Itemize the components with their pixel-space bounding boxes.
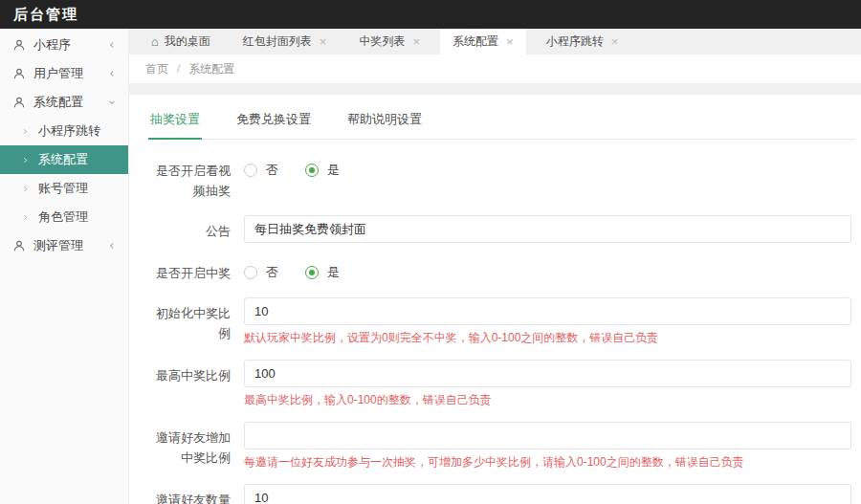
field-label-video-lottery: 是否开启看视频抽奖 <box>148 155 231 201</box>
sidebar-item-label: 用户管理 <box>33 65 83 82</box>
chevron-right-icon <box>21 127 30 136</box>
chevron-down-icon <box>107 98 117 107</box>
tab-winner-list[interactable]: 中奖列表 × <box>346 29 432 55</box>
invite-count-input[interactable] <box>244 484 851 504</box>
radio-win-enabled-yes[interactable]: 是 <box>305 264 340 281</box>
field-hint: 每邀请一位好友成功参与一次抽奖，可增加多少中奖比例，请输入0-100之间的整数，… <box>244 455 851 470</box>
settings-card: 抽奖设置 免费兑换设置 帮助说明设置 是否开启看视频抽奖 否 <box>129 95 861 504</box>
tab-help-description-settings[interactable]: 帮助说明设置 <box>345 102 424 139</box>
home-icon: ⌂ <box>151 35 159 48</box>
field-label-invite-count: 邀请好友数量 <box>148 484 231 504</box>
radio-icon <box>305 164 319 177</box>
user-icon <box>12 38 26 52</box>
sidebar-subitem-label: 系统配置 <box>38 151 88 168</box>
radio-icon <box>244 266 257 279</box>
tab-my-desktop[interactable]: ⌂ 我的桌面 <box>139 29 223 55</box>
radio-label: 是 <box>327 264 340 281</box>
field-label-win-enabled: 是否开启中奖 <box>148 257 231 283</box>
close-icon[interactable]: × <box>611 35 619 48</box>
chevron-left-icon <box>107 69 117 78</box>
sidebar-item-user-management[interactable]: 用户管理 <box>0 59 128 88</box>
breadcrumb: 首页 / 系统配置 <box>129 55 861 83</box>
close-icon[interactable]: × <box>506 35 514 48</box>
sidebar-subitem-label: 角色管理 <box>38 208 88 226</box>
sidebar-item-label: 系统配置 <box>33 94 83 111</box>
topbar: 后台管理 <box>0 0 861 29</box>
win-enabled-radio-group: 否 是 <box>244 257 851 281</box>
radio-video-lottery-yes[interactable]: 是 <box>305 162 340 179</box>
lottery-settings-form: 是否开启看视频抽奖 否 是 <box>148 155 855 504</box>
radio-win-enabled-no[interactable]: 否 <box>244 264 278 281</box>
tab-label: 中奖列表 <box>359 33 405 50</box>
radio-label: 否 <box>266 162 278 179</box>
breadcrumb-current: 系统配置 <box>188 61 234 77</box>
chevron-left-icon <box>107 40 117 50</box>
chevron-left-icon <box>107 241 117 251</box>
field-hint: 最高中奖比例，输入0-100的整数，错误自己负责 <box>244 393 851 407</box>
tab-redpacket-cover-list[interactable]: 红包封面列表 × <box>231 29 340 55</box>
init-win-ratio-input[interactable] <box>244 297 851 325</box>
sidebar: 小程序 用户管理 系统配置 <box>0 29 129 504</box>
radio-label: 是 <box>327 162 340 179</box>
breadcrumb-home[interactable]: 首页 <box>145 61 168 77</box>
sidebar-subitem-account-management[interactable]: 账号管理 <box>0 174 128 203</box>
radio-icon <box>244 164 257 177</box>
sidebar-subitem-label: 小程序跳转 <box>38 122 100 140</box>
tab-system-config[interactable]: 系统配置 × <box>440 29 526 55</box>
field-label-max-win-ratio: 最高中奖比例 <box>148 360 231 407</box>
radio-video-lottery-no[interactable]: 否 <box>244 162 278 179</box>
tab-lottery-settings[interactable]: 抽奖设置 <box>148 102 202 140</box>
field-label-invite-ratio: 邀请好友增加中奖比例 <box>148 422 231 470</box>
sidebar-item-system-config[interactable]: 系统配置 <box>0 88 128 117</box>
tab-free-exchange-settings[interactable]: 免费兑换设置 <box>234 102 313 139</box>
max-win-ratio-input[interactable] <box>244 360 851 387</box>
notice-input[interactable] <box>244 215 851 243</box>
sidebar-subitem-miniprogram-jump[interactable]: 小程序跳转 <box>0 117 128 145</box>
field-label-init-win-ratio: 初始化中奖比例 <box>148 297 231 345</box>
close-icon[interactable]: × <box>320 35 327 48</box>
video-lottery-radio-group: 否 是 <box>244 155 851 179</box>
tab-miniprogram-jump[interactable]: 小程序跳转 × <box>534 29 631 55</box>
tab-label: 红包封面列表 <box>243 33 312 50</box>
sidebar-item-evaluation-management[interactable]: 测评管理 <box>0 231 128 260</box>
radio-icon <box>305 266 319 279</box>
chevron-right-icon <box>21 185 30 193</box>
chevron-right-icon <box>21 213 30 222</box>
user-icon <box>12 96 26 109</box>
sidebar-subitem-role-management[interactable]: 角色管理 <box>0 203 128 231</box>
invite-ratio-input[interactable] <box>244 422 851 449</box>
chevron-right-icon <box>21 156 30 164</box>
radio-label: 否 <box>266 264 278 281</box>
app-title: 后台管理 <box>13 6 78 24</box>
tab-label: 系统配置 <box>453 33 498 50</box>
field-label-notice: 公告 <box>148 215 231 243</box>
sidebar-item-label: 测评管理 <box>33 237 83 254</box>
sidebar-item-miniprogram[interactable]: 小程序 <box>0 31 128 59</box>
sidebar-item-label: 小程序 <box>33 36 71 54</box>
settings-tabs: 抽奖设置 免费兑换设置 帮助说明设置 <box>148 102 855 140</box>
breadcrumb-separator: / <box>177 62 180 76</box>
spacer <box>129 83 861 95</box>
open-tabs-bar: ⌂ 我的桌面 红包封面列表 × 中奖列表 × 系统配置 × 小程序跳转 × <box>129 29 861 55</box>
close-icon[interactable]: × <box>412 35 420 48</box>
sidebar-subitem-label: 账号管理 <box>38 180 88 197</box>
tab-label: 我的桌面 <box>165 33 210 50</box>
user-icon <box>12 67 26 80</box>
user-icon <box>12 239 26 252</box>
tab-label: 小程序跳转 <box>546 33 604 50</box>
field-hint: 默认玩家中奖比例，设置为0则完全不中奖，输入0-100之间的整数，错误自己负责 <box>244 331 851 345</box>
sidebar-subitem-system-config[interactable]: 系统配置 <box>0 145 128 174</box>
